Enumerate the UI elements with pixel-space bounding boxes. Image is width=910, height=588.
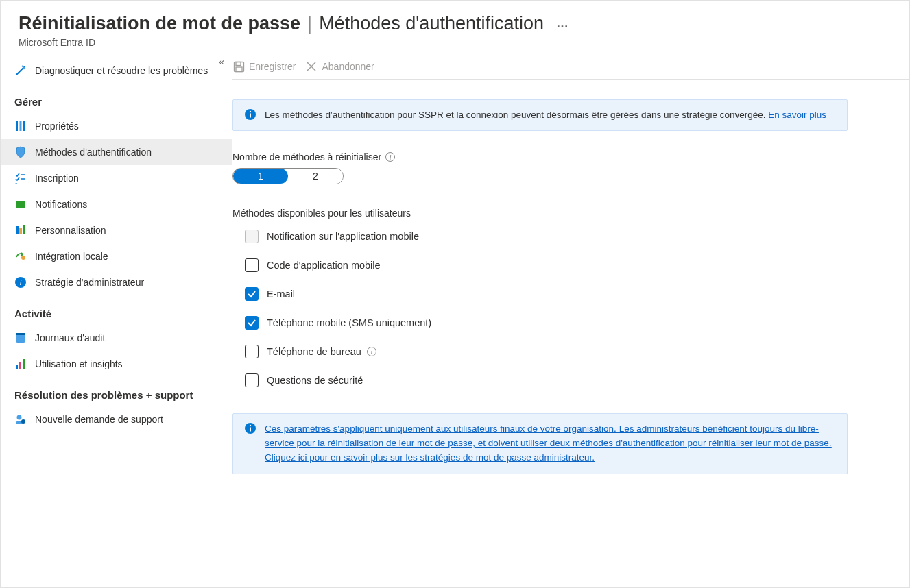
info-icon [244, 108, 256, 121]
checkbox-icon[interactable] [245, 230, 259, 243]
sidebar-item-label: Personnalisation [35, 225, 106, 236]
sidebar-item-registration[interactable]: Inscription [1, 165, 232, 191]
help-icon[interactable]: i [367, 347, 376, 356]
page-header: Réinitialisation de mot de passe | Métho… [1, 1, 909, 53]
product-name: Microsoft Entra ID [19, 37, 891, 48]
info-text: Les méthodes d'authentification pour SSP… [265, 110, 768, 120]
svg-rect-1 [20, 121, 22, 131]
page-title: Réinitialisation de mot de passe [19, 13, 300, 34]
customization-icon [14, 224, 27, 236]
help-icon[interactable]: i [385, 152, 395, 162]
save-icon [232, 60, 245, 73]
method-label: Téléphone mobile (SMS uniquement) [267, 317, 431, 328]
sidebar-item-label: Inscription [35, 173, 79, 184]
info-link[interactable]: En savoir plus [768, 110, 826, 120]
svg-point-23 [250, 111, 251, 112]
notification-icon [14, 198, 27, 210]
info-icon [244, 422, 256, 434]
svg-rect-5 [16, 201, 25, 208]
section-manage: Gérer [1, 84, 232, 113]
info-banner-top: Les méthodes d'authentification pour SSP… [232, 99, 848, 131]
sync-icon [14, 250, 27, 262]
method-label: Questions de sécurité [267, 375, 363, 386]
discard-label: Abandonner [322, 61, 374, 72]
properties-icon [14, 120, 27, 132]
method-mobile-app-code[interactable]: Code d'application mobile [245, 258, 889, 272]
more-icon[interactable]: … [556, 16, 568, 31]
svg-rect-7 [19, 228, 22, 234]
sidebar-item-notifications[interactable]: Notifications [1, 191, 232, 217]
svg-rect-16 [23, 359, 25, 369]
sidebar: « Diagnostiquer et résoudre les problème… [1, 53, 232, 585]
sidebar-item-support-request[interactable]: Nouvelle demande de support [1, 406, 232, 432]
shield-icon [14, 146, 27, 158]
section-support: Résolution des problèmes + support [1, 377, 232, 406]
svg-rect-6 [16, 226, 19, 234]
methods-heading: Méthodes disponibles pour les utilisateu… [232, 208, 889, 219]
method-label: Code d'application mobile [267, 260, 381, 271]
sidebar-item-label: Nouvelle demande de support [35, 414, 163, 425]
toggle-option-1[interactable]: 1 [233, 169, 288, 184]
info-icon: i [14, 276, 27, 289]
sidebar-item-audit-logs[interactable]: Journaux d'audit [1, 325, 232, 351]
toolbar: Enregistrer Abandonner [232, 53, 909, 80]
svg-rect-0 [16, 121, 18, 131]
methods-list: Notification sur l'application mobile Co… [245, 230, 889, 387]
sidebar-item-diagnose[interactable]: Diagnostiquer et résoudre les problèmes [1, 58, 232, 84]
svg-rect-8 [23, 225, 25, 234]
main-content: Enregistrer Abandonner Les méthodes d'au… [232, 53, 909, 585]
section-activity: Activité [1, 295, 232, 325]
title-separator: | [307, 13, 312, 34]
reset-count-toggle[interactable]: 1 2 [232, 168, 344, 184]
method-label: Notification sur l'application mobile [267, 231, 419, 242]
sidebar-item-label: Intégration locale [35, 251, 108, 262]
sidebar-item-admin-policy[interactable]: i Stratégie d'administrateur [1, 269, 232, 295]
tools-icon [14, 64, 27, 77]
support-icon [14, 413, 27, 426]
svg-point-17 [17, 415, 22, 420]
svg-rect-2 [23, 121, 25, 131]
svg-rect-24 [250, 114, 251, 118]
svg-rect-13 [16, 333, 25, 335]
sidebar-item-label: Propriétés [35, 121, 79, 132]
checkbox-icon[interactable] [245, 316, 259, 330]
svg-text:i: i [19, 278, 21, 286]
method-security-questions[interactable]: Questions de sécurité [245, 373, 889, 387]
discard-button[interactable]: Abandonner [305, 60, 374, 73]
insights-icon [14, 358, 27, 370]
checkbox-icon[interactable] [245, 287, 259, 301]
info-banner-bottom: Ces paramètres s'appliquent uniquement a… [232, 413, 848, 474]
collapse-sidebar-icon[interactable]: « [219, 56, 224, 67]
sidebar-item-label: Utilisation et insights [35, 358, 123, 369]
save-button[interactable]: Enregistrer [232, 60, 296, 73]
sidebar-item-usage[interactable]: Utilisation et insights [1, 351, 232, 377]
sidebar-item-label: Journaux d'audit [35, 332, 105, 343]
method-mobile-app-notification[interactable]: Notification sur l'application mobile [245, 230, 889, 243]
page-subtitle: Méthodes d'authentification [319, 13, 544, 34]
method-mobile-phone[interactable]: Téléphone mobile (SMS uniquement) [245, 316, 889, 330]
svg-rect-15 [19, 362, 21, 369]
close-icon [305, 60, 318, 73]
method-email[interactable]: E-mail [245, 287, 889, 301]
sidebar-item-label: Méthodes d'authentification [35, 147, 152, 158]
toggle-option-2[interactable]: 2 [288, 169, 343, 184]
log-icon [14, 332, 27, 344]
save-label: Enregistrer [249, 61, 296, 72]
svg-rect-21 [236, 67, 242, 72]
sidebar-item-label: Notifications [35, 199, 87, 210]
checklist-icon [14, 172, 27, 184]
method-office-phone[interactable]: Téléphone de bureau i [245, 345, 889, 358]
sidebar-item-properties[interactable]: Propriétés [1, 113, 232, 139]
checkbox-icon[interactable] [245, 373, 259, 387]
svg-rect-27 [250, 428, 251, 432]
checkbox-icon[interactable] [245, 258, 259, 272]
sidebar-item-auth-methods[interactable]: Méthodes d'authentification [1, 139, 232, 165]
checkbox-icon[interactable] [245, 345, 259, 358]
svg-rect-14 [16, 365, 18, 369]
svg-point-9 [21, 256, 25, 260]
sidebar-item-label: Stratégie d'administrateur [35, 277, 144, 288]
sidebar-item-customization[interactable]: Personnalisation [1, 217, 232, 243]
sidebar-item-onprem[interactable]: Intégration locale [1, 243, 232, 269]
method-label: Téléphone de bureau i [267, 346, 376, 357]
admin-policy-link[interactable]: Ces paramètres s'appliquent uniquement a… [265, 424, 832, 463]
